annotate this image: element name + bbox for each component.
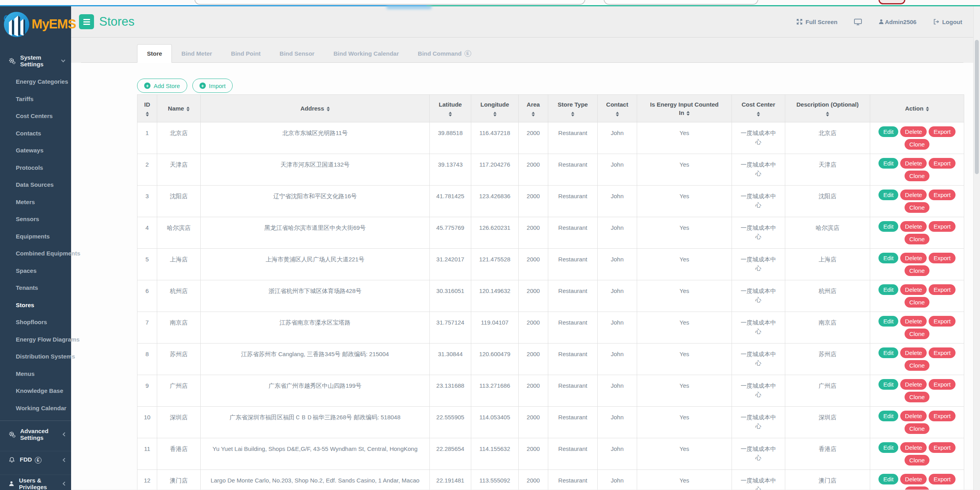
- sort-icon[interactable]: [757, 112, 760, 116]
- clone-button[interactable]: Clone: [905, 392, 929, 402]
- edit-button[interactable]: Edit: [878, 474, 898, 484]
- sort-icon[interactable]: [926, 107, 929, 111]
- delete-button[interactable]: Delete: [900, 190, 927, 200]
- export-button[interactable]: Export: [929, 379, 955, 390]
- export-button[interactable]: Export: [929, 253, 955, 263]
- clone-button[interactable]: Clone: [905, 171, 929, 181]
- column-header[interactable]: Store Type: [548, 95, 598, 122]
- sidebar-item[interactable]: Energy Flow Diagrams: [0, 331, 71, 348]
- column-header[interactable]: Is Energy Input Counted In: [637, 95, 732, 122]
- sort-icon[interactable]: [532, 112, 535, 116]
- column-header[interactable]: Area: [519, 95, 548, 122]
- sidebar-item[interactable]: Gateways: [0, 142, 71, 159]
- edit-button[interactable]: Edit: [878, 316, 898, 327]
- sidebar-item[interactable]: Sensors: [0, 210, 71, 228]
- export-button[interactable]: Export: [929, 190, 955, 200]
- edit-button[interactable]: Edit: [878, 442, 898, 453]
- export-button[interactable]: Export: [929, 411, 955, 421]
- sidebar-item[interactable]: Knowledge Base: [0, 382, 71, 400]
- delete-button[interactable]: Delete: [900, 284, 927, 295]
- export-button[interactable]: Export: [929, 126, 955, 137]
- sidebar-item[interactable]: Energy Categories: [0, 73, 71, 90]
- sort-icon[interactable]: [146, 112, 149, 116]
- edit-button[interactable]: Edit: [878, 221, 898, 232]
- column-header[interactable]: Action: [870, 95, 964, 122]
- clone-button[interactable]: Clone: [905, 360, 929, 371]
- sort-icon[interactable]: [186, 107, 190, 111]
- column-header[interactable]: Cost Center: [732, 95, 785, 122]
- clone-button[interactable]: Clone: [905, 265, 929, 276]
- tab[interactable]: Bind Working Calendar: [324, 45, 408, 62]
- export-button[interactable]: Export: [929, 347, 955, 358]
- delete-button[interactable]: Delete: [900, 379, 927, 390]
- delete-button[interactable]: Delete: [900, 474, 927, 484]
- logout-button[interactable]: Logout: [933, 19, 962, 25]
- clone-button[interactable]: Clone: [905, 486, 929, 490]
- sidebar-item[interactable]: Menus: [0, 365, 71, 383]
- edit-button[interactable]: Edit: [878, 379, 898, 390]
- sort-icon[interactable]: [687, 111, 690, 116]
- clone-button[interactable]: Clone: [905, 423, 929, 434]
- sidebar-section-fdd[interactable]: FDDE: [0, 451, 71, 468]
- user-menu[interactable]: Admin2506: [878, 19, 916, 25]
- tab[interactable]: Bind Meter: [172, 45, 222, 62]
- edit-button[interactable]: Edit: [878, 126, 898, 137]
- sidebar-item[interactable]: Protocols: [0, 159, 71, 176]
- sort-icon[interactable]: [327, 107, 330, 111]
- delete-button[interactable]: Delete: [900, 316, 927, 327]
- export-button[interactable]: Export: [929, 474, 955, 484]
- edit-button[interactable]: Edit: [878, 190, 898, 200]
- monitor-button[interactable]: [854, 19, 862, 25]
- clone-button[interactable]: Clone: [905, 202, 929, 213]
- import-button[interactable]: + Import: [192, 79, 233, 93]
- edit-button[interactable]: Edit: [878, 253, 898, 263]
- export-button[interactable]: Export: [929, 221, 955, 232]
- full-screen-button[interactable]: Full Screen: [796, 19, 837, 25]
- export-button[interactable]: Export: [929, 316, 955, 327]
- sidebar-item[interactable]: Tariffs: [0, 90, 71, 108]
- sidebar-item[interactable]: Working Calendar: [0, 400, 71, 417]
- sort-icon[interactable]: [493, 112, 497, 116]
- sidebar-section-system-settings[interactable]: System Settings: [0, 52, 71, 69]
- column-header[interactable]: ID: [137, 95, 157, 122]
- sidebar-item[interactable]: Stores: [0, 297, 71, 314]
- sidebar-section-users-privileges[interactable]: Users & Privileges: [0, 475, 71, 490]
- export-button[interactable]: Export: [929, 158, 955, 169]
- sort-icon[interactable]: [449, 112, 452, 116]
- browser-record-button[interactable]: [878, 0, 905, 4]
- column-header[interactable]: Name: [157, 95, 201, 122]
- vertical-scrollbar[interactable]: [973, 6, 980, 490]
- delete-button[interactable]: Delete: [900, 126, 927, 137]
- export-button[interactable]: Export: [929, 284, 955, 295]
- tab[interactable]: Bind Sensor: [270, 45, 324, 62]
- delete-button[interactable]: Delete: [900, 221, 927, 232]
- edit-button[interactable]: Edit: [878, 158, 898, 169]
- sidebar-item[interactable]: Cost Centers: [0, 107, 71, 125]
- delete-button[interactable]: Delete: [900, 253, 927, 263]
- clone-button[interactable]: Clone: [905, 297, 929, 308]
- clone-button[interactable]: Clone: [905, 234, 929, 244]
- clone-button[interactable]: Clone: [905, 329, 929, 339]
- clone-button[interactable]: Clone: [905, 455, 929, 466]
- sidebar-item[interactable]: Meters: [0, 193, 71, 211]
- sidebar-section-advanced-settings[interactable]: Advanced Settings: [0, 426, 71, 443]
- sidebar-item[interactable]: Shopfloors: [0, 314, 71, 331]
- app-logo[interactable]: MyEMS: [0, 6, 71, 41]
- sidebar-item[interactable]: Combined Equipments: [0, 245, 71, 262]
- delete-button[interactable]: Delete: [900, 411, 927, 421]
- delete-button[interactable]: Delete: [900, 158, 927, 169]
- sidebar-item[interactable]: Equipments: [0, 228, 71, 245]
- edit-button[interactable]: Edit: [878, 347, 898, 358]
- sidebar-item[interactable]: Distribution Systems: [0, 348, 71, 365]
- edit-button[interactable]: Edit: [878, 411, 898, 421]
- sidebar-item[interactable]: Contacts: [0, 125, 71, 142]
- column-header[interactable]: Address: [201, 95, 430, 122]
- column-header[interactable]: Contact: [598, 95, 637, 122]
- clone-button[interactable]: Clone: [905, 139, 929, 150]
- sidebar-item[interactable]: Data Sources: [0, 176, 71, 193]
- edit-button[interactable]: Edit: [878, 284, 898, 295]
- tab[interactable]: Bind Command E: [408, 45, 481, 62]
- tab[interactable]: Bind Point: [222, 45, 270, 62]
- column-header[interactable]: Longitude: [471, 95, 519, 122]
- delete-button[interactable]: Delete: [900, 347, 927, 358]
